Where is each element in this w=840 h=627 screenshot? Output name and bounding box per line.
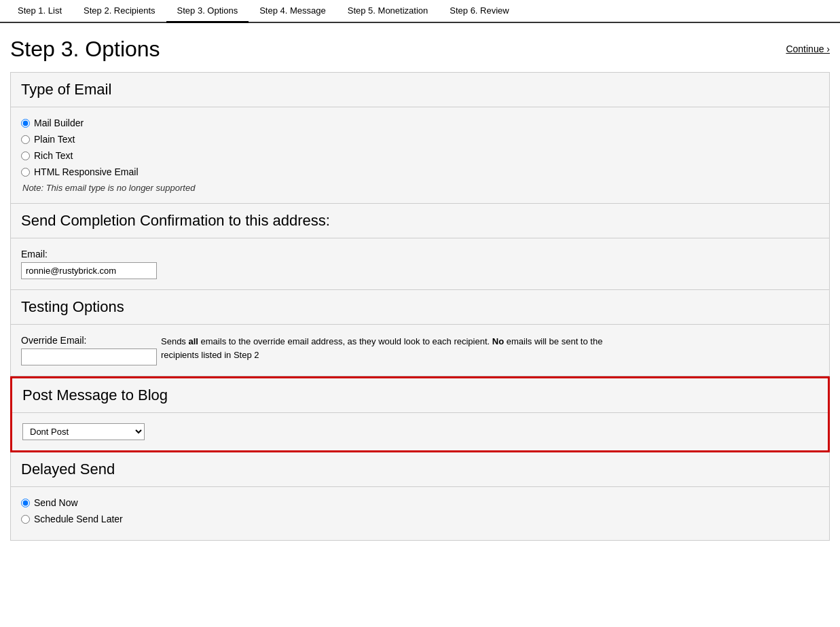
page-title: Step 3. Options [10, 37, 160, 62]
tab-step3[interactable]: Step 3. Options [166, 0, 249, 23]
override-label-col: Override Email: [21, 335, 157, 365]
radio-plain-text-label: Plain Text [34, 134, 75, 145]
override-desc-pre: Sends [161, 336, 188, 346]
email-field-label: Email: [21, 249, 819, 259]
main-content: Type of Email Mail Builder Plain Text Ri… [0, 72, 840, 541]
radio-rich-text-input[interactable] [21, 151, 30, 160]
send-confirmation-header: Send Completion Confirmation to this add… [11, 204, 829, 238]
radio-mail-builder[interactable]: Mail Builder [21, 118, 819, 128]
radio-mail-builder-label: Mail Builder [34, 118, 84, 128]
continue-link[interactable]: Continue › [786, 37, 830, 54]
radio-html-responsive-input[interactable] [21, 168, 30, 177]
testing-options-body: Override Email: Sends all emails to the … [11, 325, 829, 376]
email-input[interactable] [21, 262, 157, 279]
radio-schedule-later[interactable]: Schedule Send Later [21, 514, 819, 524]
send-confirmation-section: Send Completion Confirmation to this add… [10, 204, 830, 290]
send-confirmation-body: Email: [11, 238, 829, 289]
post-to-blog-body: Dont Post Post [12, 413, 828, 450]
radio-rich-text-label: Rich Text [34, 150, 73, 161]
step-navigation: Step 1. List Step 2. Recipients Step 3. … [0, 0, 840, 23]
override-desc-bold1: all [188, 336, 198, 346]
radio-html-responsive-label: HTML Responsive Email [34, 166, 139, 177]
type-of-email-header: Type of Email [11, 73, 829, 107]
override-desc-bold2: No [492, 336, 504, 346]
tab-step4[interactable]: Step 4. Message [249, 0, 337, 22]
blog-post-select[interactable]: Dont Post Post [22, 423, 145, 440]
radio-plain-text[interactable]: Plain Text [21, 134, 819, 145]
post-to-blog-header: Post Message to Blog [12, 378, 828, 413]
radio-html-responsive[interactable]: HTML Responsive Email [21, 166, 819, 177]
page-header: Step 3. Options Continue › [0, 23, 840, 72]
testing-options-section: Testing Options Override Email: Sends al… [10, 290, 830, 376]
radio-schedule-later-input[interactable] [21, 515, 30, 524]
override-email-description: Sends all emails to the override email a… [161, 335, 636, 361]
radio-send-now-input[interactable] [21, 499, 30, 507]
tab-step6[interactable]: Step 6. Review [439, 0, 519, 22]
tab-step5[interactable]: Step 5. Monetization [337, 0, 439, 22]
testing-options-header: Testing Options [11, 290, 829, 325]
override-email-row: Override Email: Sends all emails to the … [21, 335, 819, 365]
type-of-email-body: Mail Builder Plain Text Rich Text HTML R… [11, 107, 829, 203]
delayed-send-section: Delayed Send Send Now Schedule Send Late… [10, 452, 830, 541]
tab-step1[interactable]: Step 1. List [7, 0, 73, 22]
html-note: Note: This email type is no longer suppo… [21, 183, 819, 193]
radio-schedule-later-label: Schedule Send Later [34, 514, 123, 524]
post-to-blog-section: Post Message to Blog Dont Post Post [10, 376, 830, 452]
override-email-label: Override Email: [21, 335, 157, 346]
type-of-email-section: Type of Email Mail Builder Plain Text Ri… [10, 72, 830, 204]
delayed-send-body: Send Now Schedule Send Later [11, 487, 829, 540]
override-email-input[interactable] [21, 348, 157, 365]
radio-mail-builder-input[interactable] [21, 119, 30, 128]
radio-send-now[interactable]: Send Now [21, 497, 819, 508]
tab-step2[interactable]: Step 2. Recipients [73, 0, 166, 22]
delayed-send-header: Delayed Send [11, 452, 829, 487]
override-desc-mid: emails to the override email address, as… [198, 336, 492, 346]
radio-plain-text-input[interactable] [21, 135, 30, 144]
radio-rich-text[interactable]: Rich Text [21, 150, 819, 161]
radio-send-now-label: Send Now [34, 497, 78, 508]
